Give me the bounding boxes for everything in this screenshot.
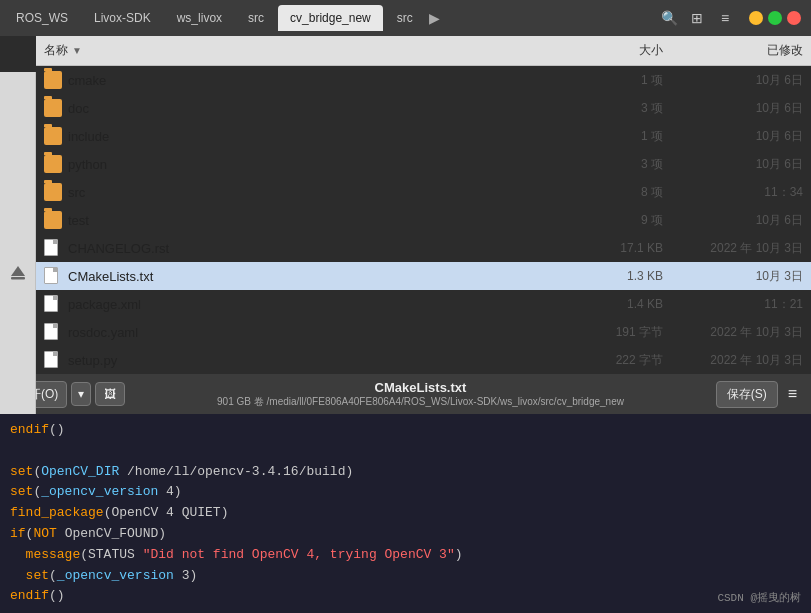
- file-manager-area: 名称 ▼ 大小 已修改 cmake 1 项 10月 6日 doc 3 项 10月…: [0, 36, 811, 374]
- file-name: CHANGELOG.rst: [68, 241, 613, 256]
- file-row[interactable]: python 3 项 10月 6日: [36, 150, 811, 178]
- col-name-header[interactable]: 名称 ▼: [44, 42, 613, 59]
- svg-rect-1: [11, 277, 25, 280]
- code-line-3: set(OpenCV_DIR /home/ll/opencv-3.4.16/bu…: [10, 462, 801, 483]
- file-icon: [44, 351, 58, 368]
- file-icon-wrapper: [44, 211, 62, 229]
- file-icon-wrapper: [44, 295, 62, 313]
- editor-filepath: 901 GB 卷 /media/ll/0FE806A40FE806A4/ROS_…: [129, 395, 711, 409]
- file-name: setup.py: [68, 353, 613, 368]
- folder-icon: [44, 211, 62, 229]
- file-size: 1.4 KB: [613, 297, 683, 311]
- file-name: include: [68, 129, 613, 144]
- file-icon: [44, 239, 58, 256]
- titlebar-icons: 🔍 ⊞ ≡: [659, 10, 807, 26]
- file-name: rosdoc.yaml: [68, 325, 613, 340]
- file-icon: [44, 267, 58, 284]
- file-name: package.xml: [68, 297, 613, 312]
- file-name: src: [68, 185, 613, 200]
- close-button[interactable]: [787, 11, 801, 25]
- code-line-7: message(STATUS "Did not find OpenCV 4, t…: [10, 545, 801, 566]
- search-icon[interactable]: 🔍: [659, 10, 679, 26]
- col-size-header[interactable]: 大小: [613, 42, 683, 59]
- titlebar: ROS_WS Livox-SDK ws_livox src cv_bridge_…: [0, 0, 811, 36]
- file-icon-wrapper: [44, 239, 62, 257]
- file-row[interactable]: CHANGELOG.rst 17.1 KB 2022 年 10月 3日: [36, 234, 811, 262]
- image-button[interactable]: 🖼: [95, 382, 125, 406]
- svg-marker-0: [11, 266, 25, 276]
- file-size: 191 字节: [613, 324, 683, 341]
- file-row[interactable]: include 1 项 10月 6日: [36, 122, 811, 150]
- file-row[interactable]: package.xml 1.4 KB 11：21: [36, 290, 811, 318]
- file-size: 1.3 KB: [613, 269, 683, 283]
- editor-toolbar: 打开(O) ▾ 🖼 CMakeLists.txt 901 GB 卷 /media…: [0, 374, 811, 414]
- file-size: 17.1 KB: [613, 241, 683, 255]
- folder-icon: [44, 99, 62, 117]
- minimize-button[interactable]: [749, 11, 763, 25]
- code-line-6: if(NOT OpenCV_FOUND): [10, 524, 801, 545]
- file-date: 2022 年 10月 3日: [683, 324, 803, 341]
- menu-icon[interactable]: ≡: [715, 10, 735, 26]
- file-row[interactable]: test 9 项 10月 6日: [36, 206, 811, 234]
- maximize-button[interactable]: [768, 11, 782, 25]
- file-size: 222 字节: [613, 352, 683, 369]
- file-date: 10月 6日: [683, 72, 803, 89]
- file-date: 11：21: [683, 296, 803, 313]
- file-size: 1 项: [613, 72, 683, 89]
- file-row[interactable]: setup.py 222 字节 2022 年 10月 3日: [36, 346, 811, 374]
- tab-cv-bridge-new[interactable]: cv_bridge_new: [278, 5, 383, 31]
- file-size: 3 项: [613, 100, 683, 117]
- file-icon-wrapper: [44, 351, 62, 369]
- file-date: 10月 6日: [683, 100, 803, 117]
- editor-area[interactable]: endif() set(OpenCV_DIR /home/ll/opencv-3…: [0, 414, 811, 613]
- file-row[interactable]: src 8 项 11：34: [36, 178, 811, 206]
- file-row[interactable]: CMakeLists.txt 1.3 KB 10月 3日: [36, 262, 811, 290]
- tab-src2[interactable]: src: [385, 5, 425, 31]
- file-name: doc: [68, 101, 613, 116]
- editor-menu-icon[interactable]: ≡: [782, 381, 803, 407]
- tab-livox-sdk[interactable]: Livox-SDK: [82, 5, 163, 31]
- file-date: 2022 年 10月 3日: [683, 352, 803, 369]
- file-name: cmake: [68, 73, 613, 88]
- tab-ws-livox[interactable]: ws_livox: [165, 5, 234, 31]
- col-date-header[interactable]: 已修改: [683, 42, 803, 59]
- file-date: 11：34: [683, 184, 803, 201]
- tab-overflow-arrow[interactable]: ▶: [427, 6, 442, 30]
- eject-button[interactable]: [4, 258, 32, 286]
- file-list: cmake 1 项 10月 6日 doc 3 项 10月 6日 include …: [36, 66, 811, 374]
- file-row[interactable]: doc 3 项 10月 6日: [36, 94, 811, 122]
- open-dropdown-button[interactable]: ▾: [71, 382, 91, 406]
- file-date: 10月 3日: [683, 268, 803, 285]
- file-size: 3 项: [613, 156, 683, 173]
- code-line-1: endif(): [10, 420, 801, 441]
- code-line-2: [10, 441, 801, 462]
- file-name: CMakeLists.txt: [68, 269, 613, 284]
- file-name: python: [68, 157, 613, 172]
- editor-filename: CMakeLists.txt: [129, 380, 711, 395]
- code-line-4: set(_opencv_version 4): [10, 482, 801, 503]
- file-size: 8 项: [613, 184, 683, 201]
- tab-ros-ws[interactable]: ROS_WS: [4, 5, 80, 31]
- file-name: test: [68, 213, 613, 228]
- file-icon-wrapper: [44, 99, 62, 117]
- file-row[interactable]: rosdoc.yaml 191 字节 2022 年 10月 3日: [36, 318, 811, 346]
- sort-arrow-icon: ▼: [72, 45, 82, 56]
- code-line-5: find_package(OpenCV 4 QUIET): [10, 503, 801, 524]
- folder-icon: [44, 183, 62, 201]
- file-icon-wrapper: [44, 267, 62, 285]
- file-icon-wrapper: [44, 71, 62, 89]
- folder-icon: [44, 155, 62, 173]
- code-line-9: endif(): [10, 586, 801, 607]
- save-button[interactable]: 保存(S): [716, 381, 778, 408]
- file-date: 10月 6日: [683, 212, 803, 229]
- grid-icon[interactable]: ⊞: [687, 10, 707, 26]
- file-row[interactable]: cmake 1 项 10月 6日: [36, 66, 811, 94]
- file-date: 2022 年 10月 3日: [683, 240, 803, 257]
- file-size: 1 项: [613, 128, 683, 145]
- left-sidebar: [0, 72, 36, 472]
- code-line-8: set(_opencv_version 3): [10, 566, 801, 587]
- file-date: 10月 6日: [683, 128, 803, 145]
- tab-src1[interactable]: src: [236, 5, 276, 31]
- file-size: 9 项: [613, 212, 683, 229]
- folder-icon: [44, 71, 62, 89]
